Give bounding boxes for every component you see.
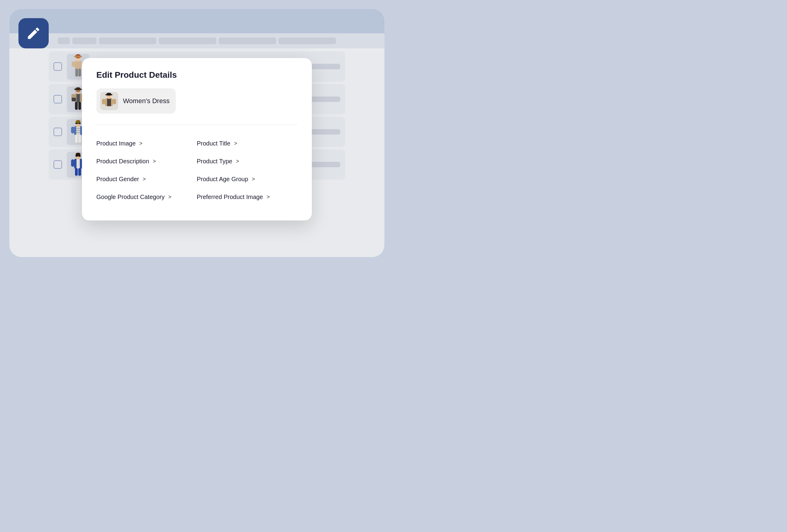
menu-item-product-age-group[interactable]: Product Age Group > [197,170,297,188]
chevron-right-icon: > [236,158,239,165]
menu-grid: Product Image > Product Title > Product … [97,134,297,206]
chevron-right-icon: > [140,140,143,147]
badge-product-figure [101,92,118,110]
menu-item-product-description[interactable]: Product Description > [97,152,197,170]
menu-item-google-product-category[interactable]: Google Product Category > [97,188,197,206]
product-badge: Women's Dress [97,88,176,114]
menu-item-product-image-label: Product Image [97,140,136,147]
svg-rect-55 [108,97,110,99]
modal-overlay: Edit Product Details [9,9,384,257]
menu-item-product-gender[interactable]: Product Gender > [97,170,197,188]
edit-product-modal: Edit Product Details [82,58,312,220]
outer-container: Edit Product Details [9,9,384,257]
menu-item-product-gender-label: Product Gender [97,176,139,183]
product-badge-image [100,92,118,110]
chevron-right-icon: > [143,176,146,183]
chevron-right-icon: > [153,158,156,165]
chevron-right-icon: > [234,140,237,147]
menu-item-product-image[interactable]: Product Image > [97,134,197,152]
svg-rect-52 [107,98,111,106]
chevron-right-icon: > [168,194,171,200]
menu-item-product-type[interactable]: Product Type > [197,152,297,170]
menu-item-preferred-product-image-label: Preferred Product Image [197,194,263,200]
menu-item-product-title-label: Product Title [197,140,231,147]
menu-item-product-title[interactable]: Product Title > [197,134,297,152]
menu-item-preferred-product-image[interactable]: Preferred Product Image > [197,188,297,206]
svg-rect-54 [113,99,116,104]
chevron-right-icon: > [252,176,255,183]
svg-rect-50 [107,93,111,95]
menu-item-product-age-group-label: Product Age Group [197,176,248,183]
modal-divider [97,125,297,125]
menu-item-google-product-category-label: Google Product Category [97,194,165,200]
menu-item-product-type-label: Product Type [197,158,232,165]
svg-rect-53 [102,99,105,104]
chevron-right-icon: > [267,194,270,200]
product-badge-name: Women's Dress [123,97,170,105]
modal-title: Edit Product Details [97,70,297,80]
menu-item-product-description-label: Product Description [97,158,149,165]
